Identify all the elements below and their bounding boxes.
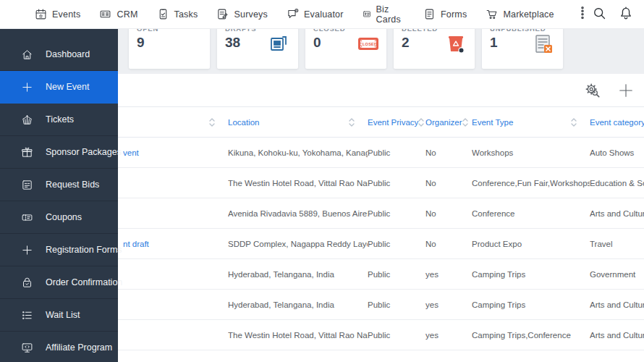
privacy-cell: Public bbox=[368, 240, 425, 248]
category-cell: Arts and Cultural bbox=[590, 209, 644, 218]
sidebar-item-label: Sponsor Packages bbox=[46, 147, 122, 157]
closed-stamp-icon: CLOSED bbox=[357, 33, 378, 56]
nav-item-evaluator[interactable]: Evaluator bbox=[287, 8, 344, 20]
category-cell: Travel bbox=[590, 240, 644, 248]
add-event-icon[interactable] bbox=[618, 83, 634, 101]
sidebar-item-label: Registration Forms bbox=[46, 245, 122, 255]
privacy-cell: Public bbox=[368, 270, 425, 279]
sidebar-item-wait-list[interactable]: Wait List bbox=[0, 299, 118, 332]
sort-icon[interactable] bbox=[462, 117, 468, 127]
top-navigation: Events CRM Tasks Surveys Evaluator Biz C… bbox=[0, 0, 644, 29]
type-cell: Camping Trips bbox=[472, 300, 590, 309]
nav-item-label: Biz Cards bbox=[376, 4, 404, 25]
location-cell: Kikuna, Kohoku-ku, Yokohama, Kanaga... bbox=[228, 148, 368, 157]
type-cell: Conference,Fun Fair,Workshops bbox=[472, 179, 590, 188]
sidebar-item-tickets[interactable]: Tickets bbox=[0, 104, 118, 136]
nav-item-label: Forms bbox=[441, 9, 467, 20]
table-toolbar bbox=[585, 83, 634, 101]
column-header-type[interactable]: Event Type bbox=[472, 117, 590, 127]
sidebar-item-new-event[interactable]: New Event bbox=[0, 71, 118, 104]
events-table: Location Event Privacy Organizer Event T… bbox=[118, 106, 644, 350]
nav-item-label: Events bbox=[52, 9, 80, 20]
privacy-cell: Public bbox=[368, 179, 425, 188]
sidebar-item-label: Request Bids bbox=[46, 180, 99, 190]
coupon-icon bbox=[21, 211, 33, 224]
notifications-bell-icon[interactable] bbox=[619, 6, 633, 23]
plus-icon bbox=[21, 244, 33, 256]
id-card-icon bbox=[363, 8, 371, 20]
trash-recycle-icon bbox=[445, 33, 467, 56]
type-cell: Workshops bbox=[472, 148, 590, 157]
nav-item-tasks[interactable]: Tasks bbox=[157, 8, 198, 20]
column-header-location[interactable]: Location bbox=[228, 117, 368, 127]
sidebar-item-registration-forms[interactable]: Registration Forms bbox=[0, 234, 118, 266]
sidebar-item-affiliate-program[interactable]: Affiliate Program bbox=[0, 332, 118, 362]
column-settings-icon[interactable] bbox=[585, 83, 601, 101]
nav-item-events[interactable]: Events bbox=[35, 8, 80, 20]
search-icon[interactable] bbox=[592, 6, 606, 23]
home-icon bbox=[21, 49, 33, 61]
nav-item-label: CRM bbox=[116, 9, 137, 20]
table-row: Hyderabad, Telangana, India Public yes C… bbox=[118, 290, 644, 320]
main-content: OPEN 9 DRAFTS 38 CLOSED bbox=[118, 29, 644, 362]
column-header-category[interactable]: Event category bbox=[590, 118, 644, 127]
nav-item-marketplace[interactable]: Marketplace bbox=[486, 8, 554, 20]
column-header-name[interactable] bbox=[123, 117, 228, 127]
category-cell: Government bbox=[590, 270, 644, 279]
privacy-cell: Public bbox=[368, 300, 425, 309]
nav-item-biz-cards[interactable]: Biz Cards bbox=[363, 4, 404, 25]
nav-item-surveys[interactable]: Surveys bbox=[216, 8, 268, 20]
sidebar-item-label: Affiliate Program bbox=[46, 342, 112, 353]
organizer-cell: No bbox=[425, 209, 472, 218]
evaluator-bubble-icon bbox=[287, 8, 299, 20]
organizer-cell: yes bbox=[425, 300, 472, 309]
table-row: nt draft SDDP Complex, Nagappa Reddy Lay… bbox=[118, 229, 644, 259]
more-apps-kebab-icon[interactable] bbox=[573, 5, 592, 24]
sidebar-item-sponsor-packages[interactable]: Sponsor Packages bbox=[0, 136, 118, 169]
category-cell: Education & School bbox=[590, 179, 644, 188]
nav-item-forms[interactable]: Forms bbox=[423, 8, 467, 20]
unpublished-document-icon bbox=[533, 33, 555, 56]
organizer-cell: No bbox=[425, 148, 472, 157]
event-name-link[interactable]: vent bbox=[123, 148, 228, 157]
category-cell: Arts and Cultural, A bbox=[590, 331, 644, 340]
privacy-cell: Public bbox=[368, 148, 425, 157]
sidebar-item-label: Wait List bbox=[46, 310, 80, 320]
location-cell: The Westin Hotel Road, Vittal Rao Naga..… bbox=[228, 179, 368, 188]
tickets-tent-icon bbox=[21, 114, 33, 126]
table-header-row: Location Event Privacy Organizer Event T… bbox=[118, 106, 644, 138]
type-cell: Camping Trips,Conference bbox=[472, 331, 590, 340]
sort-icon[interactable] bbox=[209, 117, 215, 127]
privacy-cell: Public bbox=[368, 331, 425, 340]
location-cell: Hyderabad, Telangana, India bbox=[228, 270, 368, 279]
sidebar-item-label: Dashboard bbox=[46, 49, 90, 59]
sidebar-item-label: Tickets bbox=[46, 114, 74, 125]
nav-item-crm[interactable]: CRM bbox=[99, 8, 137, 20]
sort-icon[interactable] bbox=[418, 117, 424, 127]
stat-value: 9 bbox=[137, 35, 210, 51]
sort-icon[interactable] bbox=[571, 117, 577, 127]
plus-icon bbox=[21, 81, 33, 93]
bid-document-icon bbox=[21, 179, 33, 191]
column-header-organizer[interactable]: Organizer bbox=[425, 117, 472, 127]
sidebar-item-dashboard[interactable]: Dashboard bbox=[0, 38, 118, 71]
location-cell: Hyderabad, Telangana, India bbox=[228, 300, 368, 309]
category-cell: Auto Shows bbox=[590, 148, 644, 157]
sort-icon[interactable] bbox=[349, 117, 355, 127]
location-cell: SDDP Complex, Nagappa Reddy Layout,... bbox=[228, 240, 368, 248]
type-cell: Conference bbox=[472, 209, 590, 218]
nav-item-label: Surveys bbox=[234, 9, 268, 20]
organizer-cell: yes bbox=[425, 331, 472, 340]
nav-item-label: Evaluator bbox=[304, 9, 344, 20]
sidebar-item-request-bids[interactable]: Request Bids bbox=[0, 169, 118, 201]
type-cell: Product Expo bbox=[472, 240, 590, 248]
cart-icon bbox=[486, 8, 498, 20]
organizer-cell: No bbox=[425, 240, 472, 248]
event-name-link[interactable]: nt draft bbox=[123, 240, 228, 248]
form-document-icon bbox=[423, 8, 436, 20]
column-header-privacy[interactable]: Event Privacy bbox=[368, 117, 425, 127]
table-row: vent Kikuna, Kohoku-ku, Yokohama, Kanaga… bbox=[118, 138, 644, 168]
survey-edit-icon bbox=[216, 8, 229, 20]
sidebar-item-coupons[interactable]: Coupons bbox=[0, 201, 118, 234]
sidebar-item-order-confirmation[interactable]: Order Confirmation bbox=[0, 266, 118, 299]
